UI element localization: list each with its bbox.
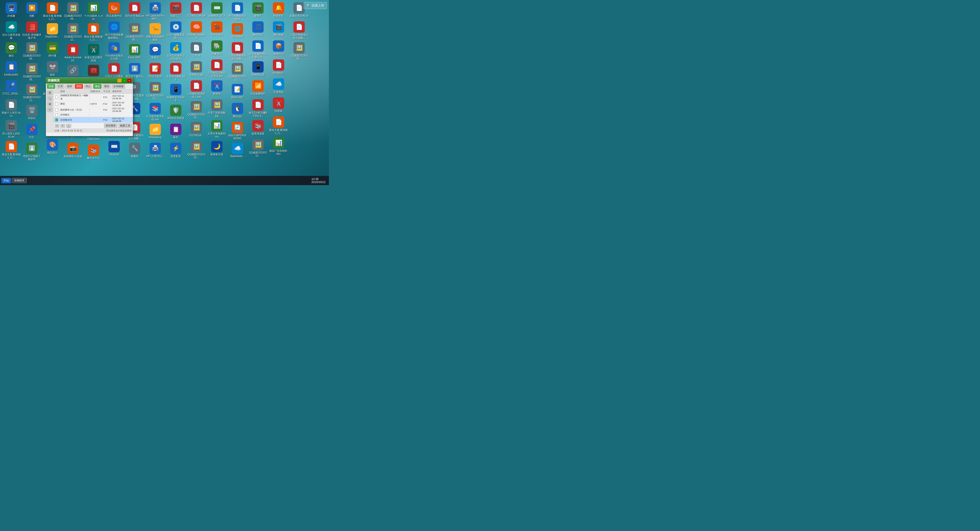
desktop-icon-ci-35[interactable]: ✂️ 有道云笔记网页剪报 [84,43,103,63]
desktop-icon-ci-84[interactable]: 📄 713淘宝订单32寸壁挂.pdf [207,58,227,79]
desktop-icon-ci-41[interactable]: 🍉 西瓜直播伴侣 [104,1,124,20]
desktop-icon-ci-17[interactable]: 📄 吸金文案·案例编s_已... [42,1,62,22]
desktop-icon-ci-64[interactable]: 🖨️ HP LJ M1251... [145,142,165,160]
bottom-add-button[interactable]: + [55,124,59,128]
desktop-icon-ci-34[interactable]: 📄 吸金文案·模板篇s_已... [84,22,103,42]
desktop-icon-ci-100[interactable]: 📱 夜神模拟器 [248,60,268,79]
desktop-icon-ci-18[interactable]: 📁 DiqiqfOdm... [42,22,62,41]
desktop-icon-ci-81[interactable]: ⌨️ 按键精灵 2014 [207,1,227,20]
desktop-icon-ci-114[interactable]: 📄 三国兵争赋地与攻守战略... [289,20,309,41]
desktop-icon-ci-103[interactable]: 📚 超星阅读器 [248,119,268,137]
desktop-icon-ci-60[interactable]: 📝 CR文字软件 [145,62,165,80]
table-row[interactable]: 自动输出结 F12 2017-02-13 16:48:38 [54,117,133,123]
desktop-icon-ci-04[interactable]: 📋 EduBoard61 [1,60,21,79]
window-close-button[interactable]: × [127,79,131,82]
toolbar-play-button[interactable]: 播放 [93,84,102,89]
desktop-icon-ci-14[interactable]: 🗑️ 回收站 [22,104,42,122]
desktop-icon-ci-56[interactable]: 🔧 电脑具 [125,142,145,160]
table-row[interactable]: 自动输出 [54,113,133,117]
desktop-icon-ci-87[interactable]: 📊 文章分享免换码.csv [207,119,227,139]
top-right-upload-button[interactable]: 🔍 拉搜上传 [304,2,327,9]
start-button[interactable]: 开始 [1,178,11,183]
desktop-icon-ci-98[interactable]: 🎵 酷狗音乐 [248,20,268,39]
desktop-icon-ci-71[interactable]: 📋 幕布 [166,123,186,141]
bottom-up-button[interactable]: △ [66,124,71,128]
bottom-save-script[interactable]: 保存脚本 [104,123,118,128]
desktop-icon-ci-26[interactable]: 🖼️ QQ截图20191012... [63,22,83,42]
desktop-icon-ci-110[interactable]: ✂️ 快剪辑 [269,96,288,115]
desktop-icon-ci-66[interactable]: 💿 小白一键重装系统 [166,20,186,41]
desktop-icon-ci-02[interactable]: ☁️ 伯分云教育资源版 [1,20,21,41]
desktop-icon-ci-78[interactable]: 🖼️ QQ截图20191005... [186,100,206,120]
desktop-icon-ci-115[interactable]: 🖼️ QQ截图20191008... [289,41,309,61]
desktop-icon-ci-63[interactable]: 📁 fotiaogiang [145,123,165,141]
desktop-icon-ci-75[interactable]: 📄 工作.rtf [186,41,206,60]
desktop-icon-ci-68[interactable]: 📄 毛笔书法教程.pdf [166,62,186,82]
desktop-icon-ci-73[interactable]: 📄 712淘宝订单.pdf [186,1,206,20]
desktop-icon-ci-61[interactable]: 🖼️ QQ截图20191003... [145,81,165,101]
desktop-icon-ci-93[interactable]: 📝 Word 2007 [228,83,247,101]
desktop-icon-ci-09[interactable]: ▶️ 优酷 [22,1,42,20]
desktop-icon-ci-06[interactable]: 📄 熊簇个人简历.docx [1,98,21,118]
desktop-icon-ci-101[interactable]: 📶 开启免费WiFi [248,79,268,98]
desktop-icon-ci-108[interactable]: 📄 chongtud... [269,58,288,77]
desktop-icon-ci-16[interactable]: ⬇️ 维棠FLV视频下载软件 [22,142,42,162]
desktop-icon-ci-49[interactable]: 📄 现代光学基础.pdf [125,1,145,22]
desktop-icon-ci-97[interactable]: 🎬 爱奇艺 [248,1,268,20]
toolbar-save-button[interactable]: 保存 [65,84,74,89]
desktop-icon-ci-74[interactable]: 🧠 XMind8 Update8 [186,20,206,41]
desktop-icon-ci-03[interactable]: 💬 微信 [1,41,21,60]
toolbar-open-button[interactable]: 打开 [56,84,65,89]
desktop-icon-ci-105[interactable]: 🔔 阿里旺旺 [269,1,288,20]
desktop-icon-ci-96[interactable]: ☁️ BaiduNetd... [228,142,247,160]
desktop-icon-ci-70[interactable]: 🛡️ 360安全浏览器 [166,104,186,122]
desktop-icon-ci-79[interactable]: 🖼️ O1CN01A... [186,121,206,139]
desktop-icon-ci-82[interactable]: 🐂 千牛工作台 [207,20,227,39]
sidebar-settings-icon[interactable]: ⚙ [47,102,52,107]
desktop-icon-ci-32[interactable]: 📸 超级捕捉 白金版 [63,142,83,160]
desktop-icon-ci-07[interactable]: 🎬 穷人和富人的区别.avi [1,119,21,139]
desktop-icon-ci-05[interactable]: 🎤 CTCC_SPEE... [1,79,21,98]
table-row[interactable]: 新的脚本小白《方法》 F12 2017-02-16 16:46:36 [54,107,133,113]
desktop-icon-ci-20[interactable]: 🐭 烦鼠 [42,60,62,79]
desktop-icon-ci-57[interactable]: 🖨️ HP LaserJet Pro MFP... [145,1,165,22]
desktop-icon-ci-104[interactable]: 🖼️ QQ截图20191012... [248,138,268,158]
desktop-icon-ci-92[interactable]: 🖼️ QQ截图20191012... [228,62,247,82]
desktop-icon-ci-95[interactable]: 🔄 转转大师PDF转WORD [228,121,247,141]
desktop-icon-ci-19[interactable]: 💳 财付通 [42,41,62,60]
desktop-icon-ci-90[interactable]: 🌐 UC浏览器 [228,22,247,41]
desktop-icon-ci-51[interactable]: 📊 Excel 2007 [125,43,145,61]
desktop-icon-ci-88[interactable]: 🌙 夜神多开器 [207,140,227,158]
desktop-icon-ci-72[interactable]: ⚡ 迅雷影音 [166,142,186,160]
desktop-icon-ci-08[interactable]: 📄 吸金文案·案例编s_已... [1,140,21,160]
desktop-icon-ci-48[interactable]: ⌨️ UltraEdit [104,140,124,158]
desktop-icon-ci-25[interactable]: 🖼️ QQ截图20191008... [63,1,83,22]
toolbar-search-button[interactable]: 全局搜索 [112,84,125,89]
table-row[interactable]: 网页 Ctrl+9 F12 2017-02-16 16:46:36 [54,101,133,107]
sidebar-add-icon[interactable]: + [47,107,52,112]
desktop-icon-ci-42[interactable]: 🌐 35个可商用免费素材网站... [104,20,124,41]
desktop-icon-ci-10[interactable]: 📕 刘克亚-营销魔术电子书 [22,20,42,41]
sidebar-list-icon[interactable]: ☰ [47,90,52,96]
bottom-delete-button[interactable]: × [60,124,65,128]
desktop-icon-ci-107[interactable]: 📦 资源中心 [269,39,288,58]
desktop-icon-ci-77[interactable]: 📄 人性解码器课程讲义.pdf [186,79,206,99]
toolbar-debug-button[interactable]: 调试 [102,84,111,89]
desktop-icon-ci-12[interactable]: 🖼️ QQ截图20191008... [22,62,42,82]
desktop-icon-ci-11[interactable]: 🖼️ QQ截图20191006... [22,41,42,61]
desktop-icon-ci-15[interactable]: 📌 钉钉 [22,123,42,141]
desktop-icon-ci-91[interactable]: 📄 三国兵争赋地与攻守战略... [228,41,247,61]
window-maximize-button[interactable]: □ [122,79,126,82]
desktop-icon-ci-62[interactable]: 📚 中天图书查询系统.exe [145,102,165,122]
desktop-icon-ci-89[interactable]: 📄 灸疗师赚钱培训.docx [228,1,247,22]
desktop-icon-ci-59[interactable]: 💬 客服宝 [145,43,165,61]
desktop-icon-ci-33[interactable]: 📊 十大自媒体 人.xlsx [84,1,103,22]
desktop-icon-ci-27[interactable]: 📋 Adobe Acrobat DC [63,43,83,63]
desktop-icon-ci-69[interactable]: 📱 按键精灵手机助手 [166,83,186,103]
desktop-icon-ci-80[interactable]: 🖼️ QQ截图20191003... [186,140,206,160]
desktop-icon-ci-111[interactable]: 📄 吸金文案·案例篇s_已... [269,115,288,136]
desktop-icon-ci-58[interactable]: 🐆 猎豹全能视频转换器 [145,22,165,42]
toolbar-stop-button[interactable]: 停止 [84,84,92,89]
desktop-icon-ci-94[interactable]: 🐧 腾讯QQ [228,102,247,120]
desktop-icon-ci-01[interactable]: 🖥️ 此电脑 [1,1,21,20]
